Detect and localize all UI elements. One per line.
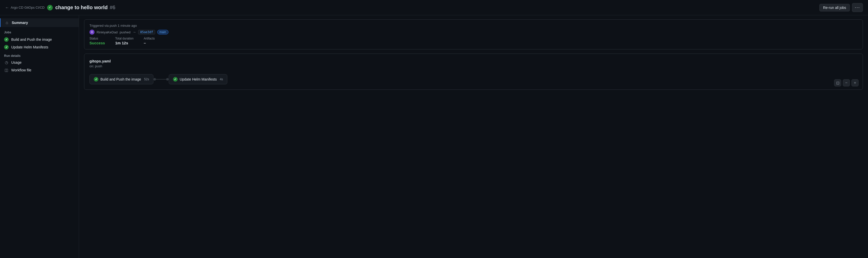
artifacts-label: Artifacts [144, 37, 155, 40]
top-bar-left: ← Argo CD GitOps CI/CD change to hello w… [5, 5, 116, 10]
node-helm-label: Update Helm Manifests [180, 77, 217, 81]
sidebar-item-workflow-file[interactable]: ◫ Workflow file [0, 66, 79, 74]
update-helm-label: Update Helm Manifests [11, 45, 49, 49]
summary-label: Summary [12, 21, 28, 25]
back-link-label: Argo CD GitOps CI/CD [11, 6, 44, 9]
zoom-fit-icon: ⊡ [836, 81, 839, 85]
sidebar-item-summary[interactable]: ⌂ Summary [0, 18, 79, 27]
back-link[interactable]: ← Argo CD GitOps CI/CD [5, 5, 44, 10]
status-stat: Status Success [89, 37, 105, 45]
build-push-label: Build and Push the image [11, 37, 52, 41]
trigger-info-row: Triggered via push 1 minute ago [89, 24, 858, 28]
workflow-connector [153, 78, 169, 81]
zoom-in-icon: + [854, 81, 856, 85]
run-status-icon [47, 5, 53, 10]
workflow-footer: ⊡ − + [834, 79, 859, 86]
triggered-label: Triggered via push 1 minute ago [89, 24, 137, 28]
connector-dot-left [153, 78, 156, 81]
commit-hash: 85ae3df [138, 30, 155, 34]
info-stats: Status Success Total duration 1m 12s Art… [89, 37, 858, 45]
workflow-file-label: Workflow file [11, 68, 31, 72]
zoom-in-button[interactable]: + [851, 79, 859, 86]
zoom-out-button[interactable]: − [843, 79, 850, 86]
actor-avatar: R [89, 30, 95, 35]
helm-status-icon [4, 45, 9, 50]
rerun-all-jobs-button[interactable]: Re-run all jobs [819, 4, 850, 11]
node-helm-status-icon [173, 77, 178, 82]
back-arrow-icon: ← [5, 5, 9, 10]
home-icon: ⌂ [5, 20, 9, 25]
commit-info-row: R RinkiyaKeDad pushed → 85ae3df main [89, 30, 858, 35]
workflow-card: gitops.yaml on: push Build and Push the … [84, 54, 863, 90]
more-options-button[interactable]: ··· [852, 3, 863, 12]
run-details-section-label: Run details [0, 51, 79, 59]
node-helm-duration: 4s [220, 78, 223, 81]
status-label: Status [89, 37, 105, 40]
duration-stat: Total duration 1m 12s [115, 37, 133, 45]
sidebar: ⌂ Summary Jobs Build and Push the image … [0, 15, 79, 258]
main-content: Triggered via push 1 minute ago R Rinkiy… [79, 15, 868, 258]
top-bar-right: Re-run all jobs ··· [819, 3, 863, 12]
status-value: Success [89, 41, 105, 45]
page-title-text: change to hello world [55, 5, 108, 10]
connector-line [156, 79, 166, 80]
page-title: change to hello world #6 [55, 5, 116, 10]
branch-badge: main [157, 30, 168, 34]
workflow-subtitle: on: push [89, 64, 858, 68]
more-icon: ··· [855, 5, 860, 10]
info-card: Triggered via push 1 minute ago R Rinkiy… [84, 19, 863, 50]
workflow-title: gitops.yaml [89, 59, 858, 63]
workflow-node-build[interactable]: Build and Push the image 52s [89, 74, 153, 84]
duration-label: Total duration [115, 37, 133, 40]
pushed-label: pushed [120, 30, 130, 34]
sidebar-item-update-helm[interactable]: Update Helm Manifests [0, 44, 79, 51]
node-build-label: Build and Push the image [100, 77, 141, 81]
arrow-icon: → [132, 30, 136, 34]
workflow-diagram: Build and Push the image 52s Update Helm… [89, 74, 858, 84]
app-container: ← Argo CD GitOps CI/CD change to hello w… [0, 0, 868, 258]
workflow-node-helm[interactable]: Update Helm Manifests 4s [169, 74, 227, 84]
usage-label: Usage [11, 60, 22, 64]
zoom-out-icon: − [845, 81, 847, 85]
file-icon: ◫ [4, 68, 9, 73]
duration-value: 1m 12s [115, 41, 133, 45]
node-build-duration: 52s [144, 78, 149, 81]
run-number: #6 [110, 5, 116, 10]
sidebar-item-usage[interactable]: ◷ Usage [0, 59, 79, 66]
actor-name: RinkiyaKeDad [97, 30, 118, 34]
artifacts-stat: Artifacts – [144, 37, 155, 45]
jobs-section-label: Jobs [0, 29, 79, 36]
build-status-icon [4, 37, 9, 42]
sidebar-item-build-push[interactable]: Build and Push the image [0, 36, 79, 44]
connector-dot-right [166, 78, 169, 81]
zoom-fit-button[interactable]: ⊡ [834, 79, 841, 86]
top-bar: ← Argo CD GitOps CI/CD change to hello w… [0, 0, 868, 15]
node-build-status-icon [94, 77, 98, 82]
artifacts-value: – [144, 41, 155, 45]
main-layout: ⌂ Summary Jobs Build and Push the image … [0, 15, 868, 258]
clock-icon: ◷ [4, 60, 9, 65]
